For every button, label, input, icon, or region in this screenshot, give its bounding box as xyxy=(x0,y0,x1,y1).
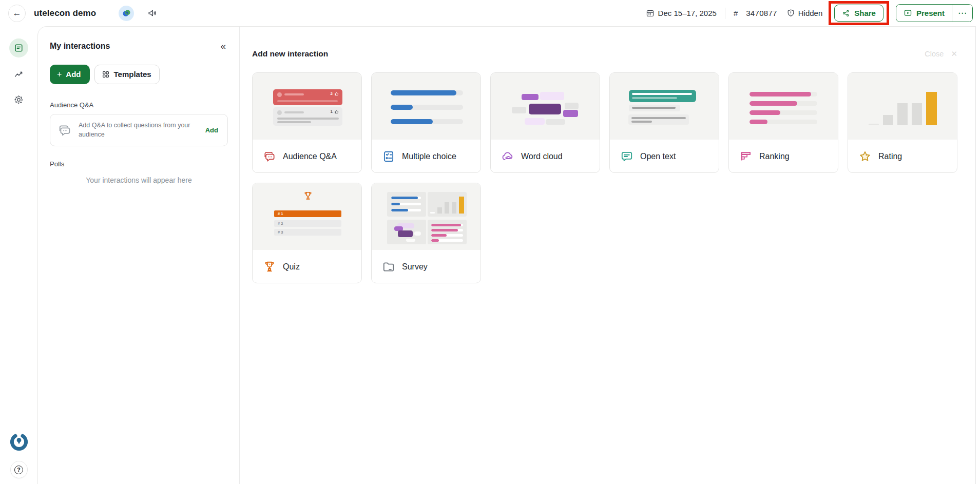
interaction-type-grid: 2 1 xyxy=(252,72,957,283)
card-survey[interactable]: Survey xyxy=(371,183,481,283)
question-mark-icon: ? xyxy=(14,466,23,474)
share-icon xyxy=(842,9,850,17)
card-audience-qna[interactable]: 2 1 xyxy=(252,72,362,173)
mentimeter-logo-icon xyxy=(9,432,29,452)
card-label: Survey xyxy=(402,262,428,272)
ranking-steps-icon xyxy=(739,150,753,163)
gear-icon xyxy=(13,94,24,105)
card-thumbnail xyxy=(848,73,957,140)
back-arrow-icon: ← xyxy=(13,8,22,18)
nav-results-button[interactable] xyxy=(11,67,27,82)
app-window: ← utelecon demo xyxy=(0,0,980,484)
megaphone-icon[interactable] xyxy=(147,8,157,18)
hash-icon: # xyxy=(734,9,738,17)
qna-prompt-card: Add Q&A to collect questions from your a… xyxy=(50,114,228,146)
qna-section-label: Audience Q&A xyxy=(50,101,228,109)
card-label: Multiple choice xyxy=(402,152,456,161)
ellipsis-icon: ⋯ xyxy=(958,8,967,18)
star-icon xyxy=(858,150,872,163)
help-button[interactable]: ? xyxy=(10,461,28,478)
nav-rail: ? xyxy=(0,26,37,484)
top-bar: ← utelecon demo xyxy=(0,0,980,26)
nav-settings-button[interactable] xyxy=(11,92,27,107)
content-icon xyxy=(14,43,24,53)
close-panel-button[interactable]: Close ✕ xyxy=(925,49,957,59)
shield-alert-icon xyxy=(786,9,795,17)
trophy-icon xyxy=(303,191,313,202)
card-thumbnail xyxy=(491,73,600,140)
card-label: Ranking xyxy=(759,152,790,161)
trophy-icon xyxy=(263,260,276,274)
add-interaction-panel: Add new interaction Close ✕ 2 xyxy=(240,27,975,484)
divider xyxy=(725,8,725,19)
empty-state-text: Your interactions will appear here xyxy=(50,176,228,184)
card-quiz[interactable]: # 1 # 2 # 3 xyxy=(252,183,362,283)
annotation-highlight-box: Share xyxy=(829,1,889,25)
more-options-button[interactable]: ⋯ xyxy=(952,5,972,22)
plus-icon: + xyxy=(57,70,62,79)
calendar-icon xyxy=(646,9,655,17)
close-icon: ✕ xyxy=(951,49,957,59)
templates-button[interactable]: Templates xyxy=(94,65,160,84)
card-label: Audience Q&A xyxy=(283,152,337,161)
card-label: Quiz xyxy=(283,262,300,272)
card-thumbnail: # 1 # 2 # 3 xyxy=(253,183,361,250)
card-thumbnail xyxy=(729,73,838,140)
divider xyxy=(952,5,952,22)
chat-bubbles-icon xyxy=(263,150,276,163)
checklist-icon xyxy=(382,150,395,163)
card-label: Rating xyxy=(878,152,902,161)
card-multiple-choice[interactable]: Multiple choice xyxy=(371,72,481,173)
trending-up-icon xyxy=(13,69,25,80)
share-button[interactable]: Share xyxy=(834,5,883,22)
card-thumbnail: 2 1 xyxy=(253,73,361,140)
presentation-title: utelecon demo xyxy=(34,8,96,18)
add-button[interactable]: + Add xyxy=(50,65,90,84)
polls-section-label: Polls xyxy=(50,160,228,168)
nav-interactions-button[interactable] xyxy=(9,38,28,57)
content-sheet: My interactions « + Add Templates xyxy=(37,26,976,484)
card-thumbnail xyxy=(610,73,719,140)
card-label: Open text xyxy=(640,152,676,161)
panel-title: Add new interaction xyxy=(252,49,328,59)
card-open-text[interactable]: Open text xyxy=(609,72,719,173)
speech-bubble-icon xyxy=(620,150,633,163)
visibility-status: Hidden xyxy=(786,9,823,17)
event-date: Dec 15–17, 2025 xyxy=(646,9,717,17)
collapse-sidebar-icon[interactable]: « xyxy=(218,40,228,52)
play-screen-icon xyxy=(904,9,912,17)
card-thumbnail xyxy=(372,73,481,140)
card-ranking[interactable]: Ranking xyxy=(728,72,838,173)
cloud-icon xyxy=(501,150,514,163)
card-rating[interactable]: Rating xyxy=(848,72,957,173)
back-button[interactable]: ← xyxy=(8,5,26,22)
card-thumbnail xyxy=(372,183,481,250)
app-logo[interactable] xyxy=(9,432,29,452)
qna-add-link[interactable]: Add xyxy=(203,125,220,135)
present-button[interactable]: Present xyxy=(896,5,952,22)
voting-code: # 3470877 xyxy=(734,9,777,17)
integration-badge-icon xyxy=(119,6,134,21)
folder-icon xyxy=(382,260,395,274)
card-label: Word cloud xyxy=(521,152,563,161)
card-word-cloud[interactable]: Word cloud xyxy=(490,72,600,173)
thumbs-up-icon xyxy=(334,91,339,96)
present-split-button: Present ⋯ xyxy=(896,4,973,22)
sidebar-title: My interactions xyxy=(50,42,110,51)
interactions-sidebar: My interactions « + Add Templates xyxy=(38,27,240,484)
chat-bubbles-icon xyxy=(57,123,72,138)
qna-hint-text: Add Q&A to collect questions from your a… xyxy=(79,121,197,139)
thumbs-up-icon xyxy=(334,109,339,114)
grid-icon xyxy=(102,70,110,79)
